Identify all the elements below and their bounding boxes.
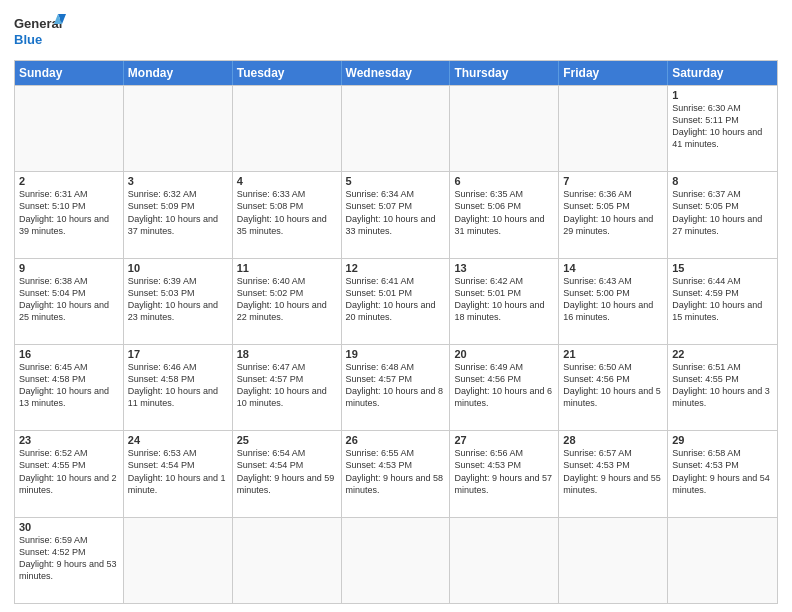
day-number: 13 <box>454 262 554 274</box>
day-number: 5 <box>346 175 446 187</box>
day-info: Sunrise: 6:44 AM Sunset: 4:59 PM Dayligh… <box>672 275 773 324</box>
day-number: 18 <box>237 348 337 360</box>
day-number: 28 <box>563 434 663 446</box>
day-cell-24: 24Sunrise: 6:53 AM Sunset: 4:54 PM Dayli… <box>124 431 233 516</box>
day-info: Sunrise: 6:30 AM Sunset: 5:11 PM Dayligh… <box>672 102 773 151</box>
day-cell-18: 18Sunrise: 6:47 AM Sunset: 4:57 PM Dayli… <box>233 345 342 430</box>
day-cell-11: 11Sunrise: 6:40 AM Sunset: 5:02 PM Dayli… <box>233 259 342 344</box>
week-row-5: 30Sunrise: 6:59 AM Sunset: 4:52 PM Dayli… <box>15 517 777 603</box>
day-header-friday: Friday <box>559 61 668 85</box>
day-cell-20: 20Sunrise: 6:49 AM Sunset: 4:56 PM Dayli… <box>450 345 559 430</box>
day-header-thursday: Thursday <box>450 61 559 85</box>
day-cell-25: 25Sunrise: 6:54 AM Sunset: 4:54 PM Dayli… <box>233 431 342 516</box>
day-info: Sunrise: 6:58 AM Sunset: 4:53 PM Dayligh… <box>672 447 773 496</box>
day-cell-26: 26Sunrise: 6:55 AM Sunset: 4:53 PM Dayli… <box>342 431 451 516</box>
week-row-2: 9Sunrise: 6:38 AM Sunset: 5:04 PM Daylig… <box>15 258 777 344</box>
day-number: 27 <box>454 434 554 446</box>
day-cell-15: 15Sunrise: 6:44 AM Sunset: 4:59 PM Dayli… <box>668 259 777 344</box>
day-number: 6 <box>454 175 554 187</box>
day-info: Sunrise: 6:49 AM Sunset: 4:56 PM Dayligh… <box>454 361 554 410</box>
week-row-4: 23Sunrise: 6:52 AM Sunset: 4:55 PM Dayli… <box>15 430 777 516</box>
day-info: Sunrise: 6:51 AM Sunset: 4:55 PM Dayligh… <box>672 361 773 410</box>
day-cell-28: 28Sunrise: 6:57 AM Sunset: 4:53 PM Dayli… <box>559 431 668 516</box>
day-info: Sunrise: 6:43 AM Sunset: 5:00 PM Dayligh… <box>563 275 663 324</box>
day-info: Sunrise: 6:36 AM Sunset: 5:05 PM Dayligh… <box>563 188 663 237</box>
day-cell-12: 12Sunrise: 6:41 AM Sunset: 5:01 PM Dayli… <box>342 259 451 344</box>
calendar-body: 1Sunrise: 6:30 AM Sunset: 5:11 PM Daylig… <box>15 85 777 603</box>
day-number: 15 <box>672 262 773 274</box>
day-number: 8 <box>672 175 773 187</box>
day-cell-14: 14Sunrise: 6:43 AM Sunset: 5:00 PM Dayli… <box>559 259 668 344</box>
day-header-monday: Monday <box>124 61 233 85</box>
generalblue-logo-icon: General Blue <box>14 12 66 54</box>
day-number: 12 <box>346 262 446 274</box>
day-cell-3: 3Sunrise: 6:32 AM Sunset: 5:09 PM Daylig… <box>124 172 233 257</box>
day-number: 10 <box>128 262 228 274</box>
day-info: Sunrise: 6:45 AM Sunset: 4:58 PM Dayligh… <box>19 361 119 410</box>
day-info: Sunrise: 6:54 AM Sunset: 4:54 PM Dayligh… <box>237 447 337 496</box>
week-row-0: 1Sunrise: 6:30 AM Sunset: 5:11 PM Daylig… <box>15 85 777 171</box>
day-cell-29: 29Sunrise: 6:58 AM Sunset: 4:53 PM Dayli… <box>668 431 777 516</box>
day-info: Sunrise: 6:57 AM Sunset: 4:53 PM Dayligh… <box>563 447 663 496</box>
day-cell-30: 30Sunrise: 6:59 AM Sunset: 4:52 PM Dayli… <box>15 518 124 603</box>
day-number: 30 <box>19 521 119 533</box>
day-header-saturday: Saturday <box>668 61 777 85</box>
day-info: Sunrise: 6:42 AM Sunset: 5:01 PM Dayligh… <box>454 275 554 324</box>
day-cell-1: 1Sunrise: 6:30 AM Sunset: 5:11 PM Daylig… <box>668 86 777 171</box>
day-info: Sunrise: 6:41 AM Sunset: 5:01 PM Dayligh… <box>346 275 446 324</box>
day-cell-2: 2Sunrise: 6:31 AM Sunset: 5:10 PM Daylig… <box>15 172 124 257</box>
day-cell-22: 22Sunrise: 6:51 AM Sunset: 4:55 PM Dayli… <box>668 345 777 430</box>
empty-cell <box>15 86 124 171</box>
day-number: 1 <box>672 89 773 101</box>
day-info: Sunrise: 6:37 AM Sunset: 5:05 PM Dayligh… <box>672 188 773 237</box>
day-info: Sunrise: 6:31 AM Sunset: 5:10 PM Dayligh… <box>19 188 119 237</box>
calendar-header: SundayMondayTuesdayWednesdayThursdayFrid… <box>15 61 777 85</box>
empty-cell <box>124 518 233 603</box>
day-number: 21 <box>563 348 663 360</box>
day-number: 7 <box>563 175 663 187</box>
empty-cell <box>668 518 777 603</box>
day-info: Sunrise: 6:32 AM Sunset: 5:09 PM Dayligh… <box>128 188 228 237</box>
day-info: Sunrise: 6:33 AM Sunset: 5:08 PM Dayligh… <box>237 188 337 237</box>
day-info: Sunrise: 6:50 AM Sunset: 4:56 PM Dayligh… <box>563 361 663 410</box>
week-row-1: 2Sunrise: 6:31 AM Sunset: 5:10 PM Daylig… <box>15 171 777 257</box>
empty-cell <box>559 86 668 171</box>
day-number: 4 <box>237 175 337 187</box>
day-header-wednesday: Wednesday <box>342 61 451 85</box>
day-number: 26 <box>346 434 446 446</box>
day-number: 9 <box>19 262 119 274</box>
day-cell-5: 5Sunrise: 6:34 AM Sunset: 5:07 PM Daylig… <box>342 172 451 257</box>
day-info: Sunrise: 6:55 AM Sunset: 4:53 PM Dayligh… <box>346 447 446 496</box>
header: General Blue <box>14 12 778 54</box>
empty-cell <box>233 518 342 603</box>
day-number: 11 <box>237 262 337 274</box>
day-cell-17: 17Sunrise: 6:46 AM Sunset: 4:58 PM Dayli… <box>124 345 233 430</box>
day-cell-8: 8Sunrise: 6:37 AM Sunset: 5:05 PM Daylig… <box>668 172 777 257</box>
day-number: 16 <box>19 348 119 360</box>
day-header-sunday: Sunday <box>15 61 124 85</box>
day-info: Sunrise: 6:39 AM Sunset: 5:03 PM Dayligh… <box>128 275 228 324</box>
day-header-tuesday: Tuesday <box>233 61 342 85</box>
day-cell-13: 13Sunrise: 6:42 AM Sunset: 5:01 PM Dayli… <box>450 259 559 344</box>
day-info: Sunrise: 6:53 AM Sunset: 4:54 PM Dayligh… <box>128 447 228 496</box>
day-number: 3 <box>128 175 228 187</box>
day-info: Sunrise: 6:56 AM Sunset: 4:53 PM Dayligh… <box>454 447 554 496</box>
page: General Blue SundayMondayTuesdayWednesda… <box>0 0 792 612</box>
svg-text:Blue: Blue <box>14 32 42 47</box>
empty-cell <box>450 86 559 171</box>
day-cell-21: 21Sunrise: 6:50 AM Sunset: 4:56 PM Dayli… <box>559 345 668 430</box>
logo: General Blue <box>14 12 66 54</box>
day-info: Sunrise: 6:40 AM Sunset: 5:02 PM Dayligh… <box>237 275 337 324</box>
day-number: 24 <box>128 434 228 446</box>
week-row-3: 16Sunrise: 6:45 AM Sunset: 4:58 PM Dayli… <box>15 344 777 430</box>
day-number: 19 <box>346 348 446 360</box>
day-cell-19: 19Sunrise: 6:48 AM Sunset: 4:57 PM Dayli… <box>342 345 451 430</box>
day-number: 2 <box>19 175 119 187</box>
day-info: Sunrise: 6:59 AM Sunset: 4:52 PM Dayligh… <box>19 534 119 583</box>
empty-cell <box>342 86 451 171</box>
day-cell-10: 10Sunrise: 6:39 AM Sunset: 5:03 PM Dayli… <box>124 259 233 344</box>
day-cell-7: 7Sunrise: 6:36 AM Sunset: 5:05 PM Daylig… <box>559 172 668 257</box>
empty-cell <box>450 518 559 603</box>
day-info: Sunrise: 6:47 AM Sunset: 4:57 PM Dayligh… <box>237 361 337 410</box>
day-info: Sunrise: 6:52 AM Sunset: 4:55 PM Dayligh… <box>19 447 119 496</box>
